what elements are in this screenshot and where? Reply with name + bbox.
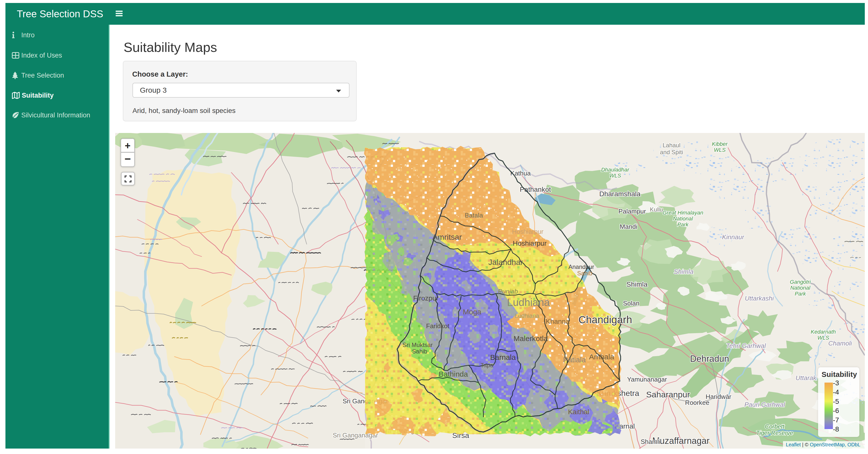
svg-text:Jalandhar: Jalandhar	[488, 258, 523, 267]
svg-text:Kibber: Kibber	[712, 141, 728, 147]
svg-text:Park: Park	[795, 291, 806, 297]
svg-text:Palampur: Palampur	[618, 208, 646, 215]
svg-text:Ludhiana: Ludhiana	[507, 297, 550, 308]
svg-text:Solan: Solan	[623, 300, 640, 307]
svg-text:National: National	[790, 285, 811, 291]
svg-text:Barnala: Barnala	[490, 353, 516, 361]
svg-text:Pauri Garhwal: Pauri Garhwal	[744, 401, 785, 408]
svg-text:Uttarkashi: Uttarkashi	[745, 295, 774, 302]
svg-text:Dehradun: Dehradun	[690, 354, 729, 364]
svg-text:Faridkot: Faridkot	[426, 322, 450, 330]
svg-text:Anandpur: Anandpur	[568, 264, 594, 270]
svg-text:Tiger Reserve: Tiger Reserve	[756, 429, 793, 436]
svg-text:and Spiti: and Spiti	[660, 149, 683, 155]
svg-text:Ludhiana: Ludhiana	[515, 312, 539, 319]
svg-text:Pathankot: Pathankot	[520, 186, 551, 193]
svg-text:Gangotri: Gangotri	[790, 279, 811, 285]
svg-text:WLS: WLS	[714, 147, 726, 153]
svg-text:Sahib: Sahib	[412, 348, 427, 355]
svg-text:Yamunanagar: Yamunanagar	[627, 376, 667, 383]
svg-text:Kullu: Kullu	[650, 206, 663, 213]
svg-text:Moga: Moga	[463, 308, 481, 316]
svg-text:Chamoli: Chamoli	[828, 340, 852, 347]
svg-text:Shamli: Shamli	[641, 438, 660, 445]
svg-text:Malerkotla: Malerkotla	[514, 334, 548, 342]
svg-text:Shimla: Shimla	[674, 268, 693, 275]
svg-text:Kathua: Kathua	[510, 170, 531, 177]
svg-text:Patiala: Patiala	[563, 356, 586, 364]
svg-text:Mandi: Mandi	[620, 223, 638, 230]
svg-text:Khanna: Khanna	[546, 317, 570, 325]
svg-text:Tehri Garhwal: Tehri Garhwal	[726, 342, 766, 350]
svg-text:Haridwār: Haridwār	[706, 393, 731, 400]
svg-text:Hoshiarpur: Hoshiarpur	[513, 240, 547, 247]
svg-text:Dhauladhar: Dhauladhar	[601, 167, 629, 173]
svg-text:Saharanpur: Saharanpur	[646, 390, 690, 399]
svg-text:Batala: Batala	[465, 212, 483, 219]
svg-text:Tapa: Tapa	[480, 362, 494, 368]
svg-text:Muzaffarnagar: Muzaffarnagar	[652, 436, 709, 446]
svg-text:WLS: WLS	[609, 173, 621, 179]
svg-text:WLS: WLS	[817, 335, 829, 341]
svg-text:Shimla: Shimla	[626, 280, 648, 288]
svg-text:Kinnaur: Kinnaur	[722, 233, 744, 241]
svg-text:Kedarnath: Kedarnath	[811, 329, 836, 335]
svg-text:Sahib: Sahib	[577, 270, 592, 277]
svg-text:Kaithal: Kaithal	[568, 408, 589, 416]
svg-text:Sri Muktsar: Sri Muktsar	[403, 341, 433, 348]
svg-text:Chandigarh: Chandigarh	[578, 314, 632, 326]
svg-text:Hoshiarpur: Hoshiarpur	[512, 228, 544, 235]
svg-text:Corbett: Corbett	[765, 423, 785, 430]
svg-text:Bathinda: Bathinda	[439, 370, 468, 378]
svg-text:National: National	[673, 215, 693, 222]
svg-text:Lahaul: Lahaul	[662, 142, 680, 149]
svg-text:Punjab: Punjab	[498, 288, 518, 295]
svg-text:Park: Park	[677, 221, 688, 228]
svg-text:Firozpur: Firozpur	[413, 294, 439, 302]
svg-text:Ambala: Ambala	[589, 353, 614, 361]
svg-text:Amritsar: Amritsar	[432, 233, 462, 241]
svg-text:Uttarak: Uttarak	[796, 374, 817, 382]
svg-text:Dharamshala: Dharamshala	[599, 190, 641, 198]
svg-text:Great Himalayan: Great Himalayan	[662, 210, 703, 216]
